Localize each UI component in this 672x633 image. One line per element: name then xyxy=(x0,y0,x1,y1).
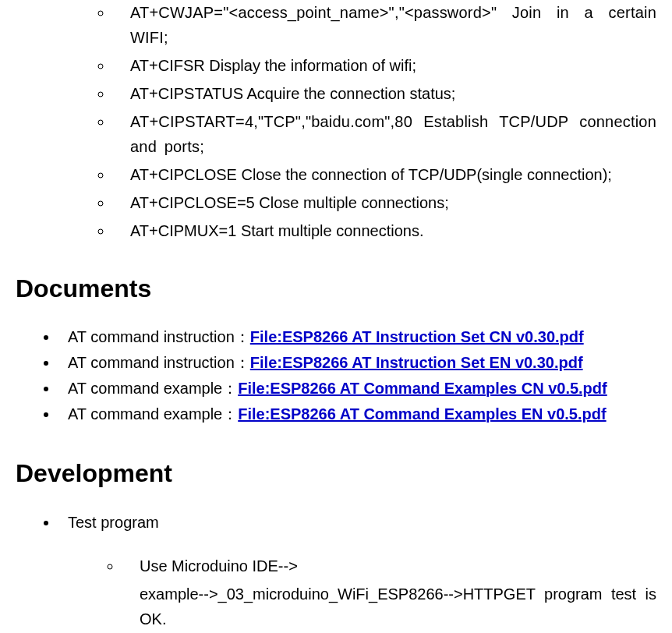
page-content: AT+CWJAP="<access_point_name>","<passwor… xyxy=(0,0,672,633)
document-item: AT command instruction：File:ESP8266 AT I… xyxy=(58,325,656,349)
at-command-item: AT+CWJAP="<access_point_name>","<passwor… xyxy=(113,0,656,50)
at-command-item: AT+CIPCLOSE=5 Close multiple connections… xyxy=(113,190,656,215)
documents-list: AT command instruction：File:ESP8266 AT I… xyxy=(16,325,656,426)
development-heading: Development xyxy=(16,459,656,488)
document-prefix: AT command instruction： xyxy=(68,328,250,345)
development-item-label: Test program xyxy=(68,514,159,531)
at-command-item: AT+CIPCLOSE Close the connection of TCP/… xyxy=(113,162,656,187)
document-item: AT command instruction：File:ESP8266 AT I… xyxy=(58,351,656,375)
document-link[interactable]: File:ESP8266 AT Instruction Set EN v0.30… xyxy=(250,354,583,371)
development-list-inner: Use Microduino IDE--> example-->_03_micr… xyxy=(68,553,656,631)
document-item: AT command example：File:ESP8266 AT Comma… xyxy=(58,377,656,401)
development-subitem-line1: Use Microduino IDE--> xyxy=(140,557,298,575)
documents-heading: Documents xyxy=(16,274,656,303)
document-item: AT command example：File:ESP8266 AT Comma… xyxy=(58,402,656,426)
at-command-item: AT+CIPSTATUS Acquire the connection stat… xyxy=(113,81,656,106)
at-command-item: AT+CIPSTART=4,"TCP","baidu.com",80 Estab… xyxy=(113,109,656,159)
document-link[interactable]: File:ESP8266 AT Command Examples CN v0.5… xyxy=(238,380,607,397)
document-prefix: AT command example： xyxy=(68,405,238,423)
at-command-list: AT+CWJAP="<access_point_name>","<passwor… xyxy=(16,0,656,243)
development-list-outer: Test program Use Microduino IDE--> examp… xyxy=(16,510,656,631)
at-command-item: AT+CIPMUX=1 Start multiple connections. xyxy=(113,218,656,243)
document-link[interactable]: File:ESP8266 AT Instruction Set CN v0.30… xyxy=(250,328,584,345)
document-prefix: AT command example： xyxy=(68,380,238,397)
document-prefix: AT command instruction： xyxy=(68,354,250,371)
development-subitem: Use Microduino IDE--> example-->_03_micr… xyxy=(122,553,656,631)
development-item: Test program Use Microduino IDE--> examp… xyxy=(58,510,656,631)
at-command-item: AT+CIFSR Display the information of wifi… xyxy=(113,53,656,78)
document-link[interactable]: File:ESP8266 AT Command Examples EN v0.5… xyxy=(238,405,606,423)
development-subitem-line2: example-->_03_microduino_WiFi_ESP8266-->… xyxy=(140,582,656,631)
